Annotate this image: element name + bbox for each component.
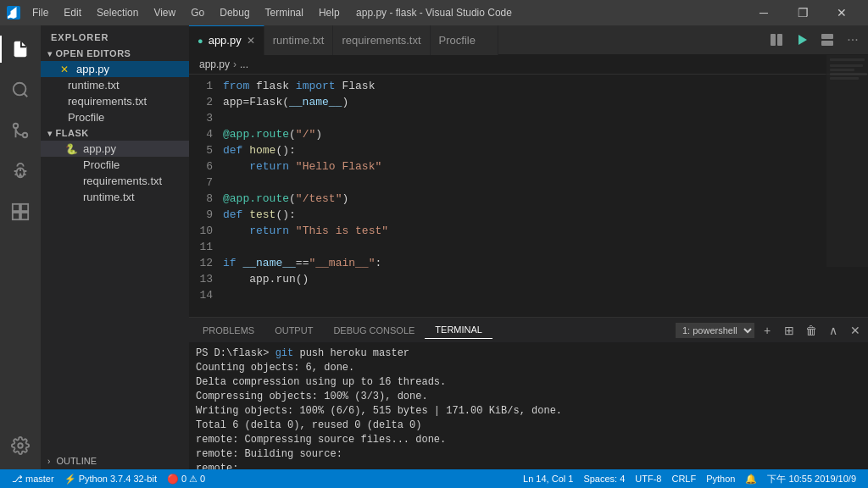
svg-rect-6	[21, 204, 28, 211]
more-actions-button[interactable]: ···	[841, 28, 865, 52]
cursor-position-label: Ln 14, Col 1	[523, 474, 573, 484]
activity-search[interactable]	[0, 69, 41, 110]
tab-procfile[interactable]: Procfile	[431, 25, 498, 55]
activity-explorer[interactable]	[0, 29, 41, 69]
panel-tab-debug-console[interactable]: DEBUG CONSOLE	[323, 322, 425, 339]
activity-settings[interactable]	[0, 425, 41, 466]
split-terminal-button[interactable]: ⊞	[780, 321, 798, 340]
tab-label: Procfile	[439, 34, 476, 47]
menu-file[interactable]: File	[25, 5, 55, 20]
open-editors-section[interactable]: ▾ Open Editors	[41, 46, 189, 61]
kill-terminal-button[interactable]: 🗑	[802, 321, 821, 340]
status-encoding[interactable]: UTF-8	[630, 469, 666, 488]
open-editor-app-py[interactable]: ✕ app.py	[41, 61, 189, 77]
menu-help[interactable]: Help	[312, 5, 347, 20]
menu-terminal[interactable]: Terminal	[259, 5, 310, 20]
main-layout: Explorer ▾ Open Editors ✕ app.py runtime…	[0, 25, 868, 469]
status-language[interactable]: Python	[701, 469, 740, 488]
panel: PROBLEMS OUTPUT DEBUG CONSOLE TERMINAL 1…	[189, 317, 868, 469]
git-branch-label: master	[25, 474, 54, 484]
tab-runtime-txt[interactable]: runtime.txt	[264, 25, 334, 55]
status-notifications[interactable]: 🔔	[740, 469, 762, 488]
menu-selection[interactable]: Selection	[90, 5, 145, 20]
menu-edit[interactable]: Edit	[57, 5, 88, 20]
status-python-version[interactable]: ⚡ Python 3.7.4 32-bit	[59, 469, 162, 488]
terminal-line: Compressing objects: 100% (3/3), done.	[196, 390, 861, 404]
date-label: 2019/10/9	[815, 474, 856, 484]
status-line-endings[interactable]: CRLF	[666, 469, 701, 488]
maximize-button[interactable]: ❐	[783, 0, 822, 25]
breadcrumb-symbol[interactable]: ...	[240, 58, 248, 70]
terminal-line: remote: Compressing source files... done…	[196, 433, 861, 447]
close-icon: ✕	[58, 64, 71, 75]
code-line-5: 5 def home():	[189, 142, 868, 158]
panel-actions: 1: powershell + ⊞ 🗑 ∧ ✕	[676, 321, 865, 340]
activity-debug[interactable]	[0, 151, 41, 191]
code-line-3: 3	[189, 110, 868, 126]
panel-tab-output[interactable]: OUTPUT	[264, 322, 323, 339]
svg-point-0	[14, 83, 26, 96]
new-terminal-button[interactable]: +	[758, 321, 776, 340]
svg-point-2	[23, 133, 28, 138]
encoding-label: UTF-8	[635, 474, 661, 484]
status-spaces[interactable]: Spaces: 4	[578, 469, 630, 488]
tab-app-py[interactable]: ● app.py ✕	[189, 25, 264, 55]
activity-bottom	[0, 425, 41, 466]
menu-debug[interactable]: Debug	[213, 5, 256, 20]
tab-close-icon[interactable]: ✕	[247, 35, 255, 47]
tab-label: requirements.txt	[342, 34, 420, 47]
tab-bar: ● app.py ✕ runtime.txt requirements.txt …	[189, 25, 868, 55]
chevron-right-icon: ›	[47, 457, 50, 466]
panel-tab-terminal[interactable]: TERMINAL	[425, 321, 492, 339]
flask-section[interactable]: ▾ Flask	[41, 125, 189, 141]
code-line-14: 14	[189, 287, 868, 303]
panel-maximize-button[interactable]: ∧	[824, 321, 843, 340]
flask-tree: 🐍 app.py Procfile requirements.txt runti…	[41, 141, 189, 205]
panel-tab-problems[interactable]: PROBLEMS	[192, 322, 264, 339]
svg-point-9	[18, 443, 23, 448]
terminal-content[interactable]: PS D:\flask> git push heroku master Coun…	[189, 343, 868, 469]
status-errors[interactable]: 🔴 0 ⚠ 0	[162, 469, 210, 488]
open-editor-procfile[interactable]: Procfile	[41, 109, 189, 125]
bell-icon: 🔔	[745, 474, 757, 485]
flask-procfile[interactable]: Procfile	[41, 157, 189, 173]
activity-source-control[interactable]	[0, 110, 41, 151]
flask-file-label: requirements.txt	[83, 175, 162, 187]
open-editor-label: requirements.txt	[68, 95, 147, 108]
split-layout-button[interactable]	[815, 28, 839, 52]
run-button[interactable]	[790, 28, 814, 52]
close-button[interactable]: ✕	[822, 0, 861, 25]
svg-rect-8	[21, 213, 28, 219]
open-editor-runtime-txt[interactable]: runtime.txt	[41, 77, 189, 93]
tab-requirements-txt[interactable]: requirements.txt	[333, 25, 430, 55]
code-line-9: 9 def test():	[189, 207, 868, 223]
warning-count-label: 0	[200, 474, 205, 484]
error-icon: 🔴	[167, 474, 179, 485]
menu-go[interactable]: Go	[184, 5, 211, 20]
outline-section[interactable]: › Outline	[41, 452, 189, 469]
code-line-10: 10 return "This is test"	[189, 223, 868, 239]
menu-view[interactable]: View	[147, 5, 182, 20]
open-editor-requirements-txt[interactable]: requirements.txt	[41, 93, 189, 109]
terminal-line: remote:	[196, 462, 861, 469]
code-editor[interactable]: 1 from flask import Flask 2 app=Flask(__…	[189, 75, 868, 317]
flask-runtime-txt[interactable]: runtime.txt	[41, 189, 189, 205]
status-git-branch[interactable]: ⎇ master	[7, 469, 59, 488]
svg-rect-13	[821, 34, 833, 39]
breadcrumb: app.py › ...	[189, 55, 868, 75]
panel-close-button[interactable]: ✕	[846, 321, 865, 340]
open-editor-label: Procfile	[68, 111, 104, 124]
flask-requirements-txt[interactable]: requirements.txt	[41, 173, 189, 189]
activity-extensions[interactable]	[0, 191, 41, 232]
breadcrumb-file[interactable]: app.py	[199, 58, 230, 70]
status-cursor-position[interactable]: Ln 14, Col 1	[518, 469, 578, 488]
breadcrumb-sep: ›	[233, 58, 236, 70]
flask-app-py[interactable]: 🐍 app.py	[41, 141, 189, 157]
terminal-line: Delta compression using up to 16 threads…	[196, 375, 861, 390]
minimize-button[interactable]: ─	[744, 0, 783, 25]
terminal-select[interactable]: 1: powershell	[676, 323, 754, 338]
spaces-label: Spaces: 4	[583, 474, 625, 484]
split-editor-button[interactable]	[765, 28, 788, 52]
status-datetime: 下午 10:55 2019/10/9	[762, 469, 861, 488]
vscode-icon	[7, 6, 20, 19]
